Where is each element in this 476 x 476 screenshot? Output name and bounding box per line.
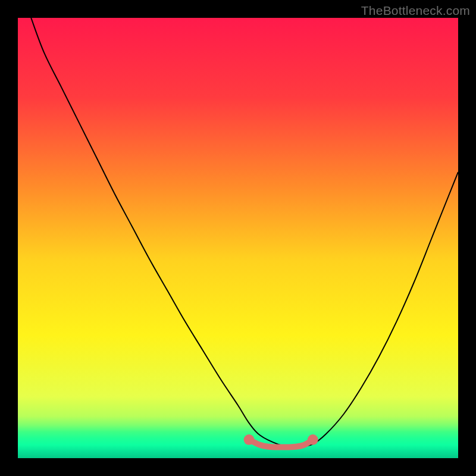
optimal-start-dot <box>244 434 255 445</box>
chart-svg <box>18 18 458 458</box>
chart-frame: TheBottleneck.com <box>0 0 476 476</box>
optimal-end-dot <box>308 434 318 445</box>
watermark-label: TheBottleneck.com <box>361 4 470 18</box>
plot-area <box>18 18 458 458</box>
gradient-bg <box>18 18 458 458</box>
